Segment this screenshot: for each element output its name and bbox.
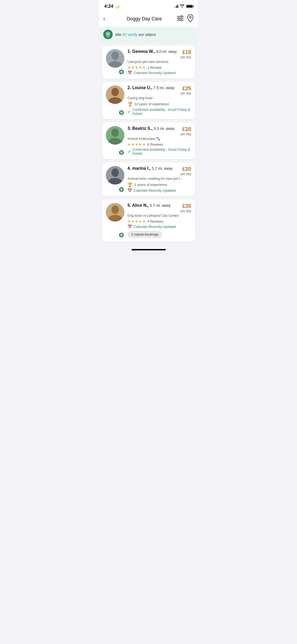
price-label: per day (181, 132, 191, 136)
card-content: 1. Gemma W., 9.0 mi. away £18 per day Li… (128, 49, 191, 75)
avatar-wrap (106, 166, 124, 192)
verify-banner: We ID Verify our sitters (99, 26, 198, 42)
location-button[interactable] (187, 14, 194, 23)
sitter-card[interactable]: 3. Beatriz S., 9.3 mi. away £20 per day … (102, 122, 195, 159)
svg-point-17 (111, 128, 119, 137)
star-icon: ★ (142, 65, 146, 70)
avatar (106, 126, 124, 145)
price: £35 (181, 203, 191, 209)
filter-button[interactable] (177, 15, 184, 22)
svg-point-23 (121, 189, 122, 190)
home-indicator (131, 249, 166, 250)
svg-point-27 (121, 235, 122, 236)
svg-point-25 (111, 205, 119, 214)
back-button[interactable]: ‹ (103, 15, 112, 22)
sitter-name: 2. Louise U., 7.5 mi. away (128, 85, 178, 90)
sitter-card[interactable]: 2. Louise U., 7.5 mi. away £25 per day C… (102, 82, 195, 119)
price-label: per day (181, 209, 191, 213)
price-wrap: £35 per day (181, 203, 191, 213)
star-icon: ★ (128, 65, 131, 70)
status-icons (173, 4, 193, 9)
svg-point-3 (178, 17, 180, 19)
status-time: 4:24 (104, 4, 113, 9)
verify-link[interactable]: ID Verify (122, 32, 137, 37)
star-icon: ★ (128, 142, 131, 146)
svg-point-11 (121, 72, 122, 72)
bottom-indicator (99, 245, 198, 252)
star-icon: ★ (135, 219, 138, 223)
avatar (106, 166, 124, 185)
experience-text: 1 years of experience (134, 183, 167, 187)
avatar (106, 203, 124, 222)
sitter-name: 3. Beatriz S., 9.3 mi. away (128, 126, 178, 131)
calendar-row: 📅 Calendar Recently Updated (128, 188, 191, 192)
price: £18 (181, 49, 191, 55)
verified-badge (119, 110, 124, 116)
calendar-icon: 📅 (128, 224, 132, 229)
card-content: 4. marina l., 5.7 mi. away £20 per day A… (128, 166, 191, 192)
avatar-wrap (106, 203, 124, 238)
svg-point-5 (180, 19, 182, 21)
price-label: per day (181, 91, 191, 95)
svg-point-7 (107, 33, 109, 35)
calendar-icon: 📅 (128, 188, 132, 192)
wifi-icon (180, 4, 185, 9)
sitter-card[interactable]: 1. Gemma W., 9.0 mi. away £18 per day Li… (102, 45, 195, 79)
star-icon: ★ (139, 142, 142, 146)
svg-point-15 (121, 112, 122, 113)
trophy-icon: 🏆 (128, 182, 133, 187)
card-header-row: 5. Alice N., 5.7 mi. away £35 per day (128, 203, 191, 213)
review-row: ★★★★★ 4 Reviews (128, 219, 191, 223)
svg-point-13 (111, 88, 119, 96)
price: £20 (181, 126, 191, 132)
star-icon: ★ (142, 142, 146, 146)
star-icon: ★ (128, 219, 131, 223)
card-content: 2. Louise U., 7.5 mi. away £25 per day C… (128, 85, 191, 116)
card-content: 5. Alice N., 5.7 mi. away £35 per day Do… (128, 203, 191, 238)
calendar-text: Calendar Recently Updated (134, 71, 176, 75)
review-count: 1 Review (147, 66, 161, 70)
avatar-wrap (106, 49, 124, 75)
verified-badge (119, 187, 124, 192)
availability-row: ✓ Confirmed availability : Good Friday &… (128, 108, 191, 116)
star-icon: ★ (131, 65, 135, 70)
review-count: 4 Reviews (147, 219, 163, 223)
sitter-card[interactable]: 5. Alice N., 5.7 mi. away £35 per day Do… (102, 199, 195, 242)
experience-row: 🏆 12 years of experience (128, 102, 191, 107)
repeat-bookings-badge: 2 repeat bookings (128, 231, 162, 238)
price-wrap: £20 per day (181, 126, 191, 136)
price-label: per day (181, 55, 191, 59)
calendar-row: 📅 Calendar Recently Updated (128, 71, 191, 75)
verified-badge (119, 150, 124, 155)
star-icon: ★ (135, 65, 138, 70)
moon-icon: 🌙 (115, 4, 119, 8)
tagline: Caring dog lover (128, 96, 191, 100)
page-title: Doggy Day Care (112, 16, 177, 22)
check-icon: ✓ (128, 149, 131, 154)
header: ‹ Doggy Day Care (99, 11, 198, 26)
sitter-card[interactable]: 4. marina l., 5.7 mi. away £20 per day A… (102, 162, 195, 196)
avatar (106, 49, 124, 68)
status-bar: 4:24 🌙 (99, 0, 198, 11)
stars: ★★★★★ (128, 65, 146, 70)
price-wrap: £25 per day (181, 85, 191, 95)
availability-text: Confirmed availability : Good Friday & E… (133, 108, 191, 116)
card-header-row: 3. Beatriz S., 9.3 mi. away £20 per day (128, 126, 191, 136)
tagline: Animal Enthusiast 🐾 (128, 137, 191, 141)
signal-bars (173, 5, 178, 8)
review-count: 6 Reviews (147, 142, 163, 146)
star-icon: ★ (139, 65, 142, 70)
svg-point-21 (111, 168, 119, 177)
review-row: ★★★★★ 1 Review (128, 65, 191, 70)
sitters-list: 1. Gemma W., 9.0 mi. away £18 per day Li… (99, 42, 198, 245)
availability-row: ✓ Confirmed availability : Good Friday &… (128, 148, 191, 155)
card-header-row: 4. marina l., 5.7 mi. away £20 per day (128, 166, 191, 176)
avatar-wrap (106, 85, 124, 116)
price-wrap: £20 per day (181, 166, 191, 176)
card-header-row: 2. Louise U., 7.5 mi. away £25 per day (128, 85, 191, 95)
verified-badge (119, 232, 124, 238)
svg-point-1 (181, 16, 182, 17)
price-label: per day (181, 172, 191, 176)
sitter-name: 5. Alice N., 5.7 mi. away (128, 203, 178, 208)
price: £25 (181, 85, 191, 91)
